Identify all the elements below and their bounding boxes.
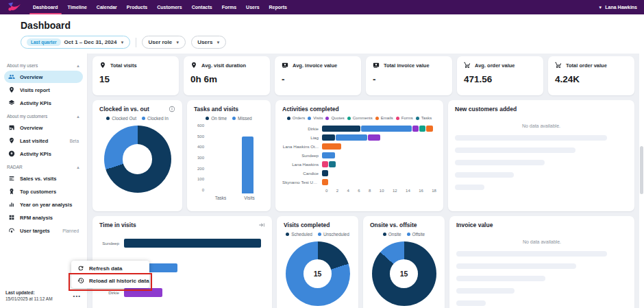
donut-center-value: 15	[304, 259, 332, 287]
y-tick-label: 200	[194, 167, 204, 171]
sidebar-item-label: Last visited	[20, 138, 48, 144]
row-bar-track	[322, 143, 436, 150]
drill-through-icon[interactable]	[258, 222, 265, 228]
sidebar-item-overview[interactable]: Overview	[4, 121, 83, 134]
x-category-label: Visits	[235, 196, 264, 200]
sidebar-item-top-customers[interactable]: Top customers	[4, 185, 83, 198]
kpi-value: 471.56	[464, 74, 536, 84]
x-tick-label: 10	[380, 189, 384, 193]
kpi-row: Total visits15Avg. visit duration0h 6mAv…	[92, 56, 634, 95]
legend-item: Scheduled	[286, 232, 312, 237]
filter-row: Last quarter Oct 1 – Dec 31, 2024 ▼ User…	[21, 36, 226, 49]
sidebar-section-title: About my users	[7, 63, 38, 68]
rosette-icon	[8, 188, 15, 195]
kpi-header: Avg. invoice value	[282, 62, 354, 69]
sidebar-item-label: Overview	[20, 125, 42, 131]
skeleton-bar	[455, 135, 607, 141]
sidebar-item-user-targets[interactable]: User targetsPlanned	[4, 224, 83, 237]
chevron-down-icon: ▼	[216, 40, 220, 45]
nav-item-reports[interactable]: Reports	[264, 0, 292, 14]
card-title: Time in visits	[99, 222, 136, 228]
date-range-filter[interactable]: Last quarter Oct 1 – Dec 31, 2024 ▼	[21, 36, 130, 49]
sidebar-item-sales-vs-visits[interactable]: Sales vs. visits	[4, 172, 83, 185]
sidebar-item-overview[interactable]: Overview	[4, 71, 83, 83]
sidebar-item-rfm-analysis[interactable]: RFM analysis	[4, 211, 83, 224]
kpi-value: -	[373, 74, 445, 84]
sidebar-section-header[interactable]: About my users▲	[0, 59, 87, 70]
nav-item-forms[interactable]: Forms	[217, 0, 241, 14]
bar-segment-emails	[426, 126, 432, 132]
x-tick-label: 4	[347, 189, 349, 193]
activities-row: Skynamo Test Use...	[282, 178, 436, 187]
row-bar-track	[124, 239, 265, 248]
kpi-label: Avg. visit duration	[201, 62, 246, 69]
last-updated-value: 15/01/2025 at 11:12 AM	[5, 296, 53, 303]
y-axis-ticks: 6005004003002001000	[194, 123, 206, 192]
sidebar-section-header[interactable]: RADAR▲	[0, 161, 87, 171]
sidebar-item-last-visited[interactable]: Last visitedBeta	[4, 134, 83, 147]
invoice-icon	[282, 62, 288, 69]
pin-icon	[190, 62, 197, 69]
legend-label: Clocked In	[147, 116, 169, 121]
grid-icon	[8, 214, 15, 221]
info-icon[interactable]	[169, 106, 175, 112]
charts-row-1: Clocked in vs. out Clocked OutClocked In…	[92, 100, 634, 211]
user-menu[interactable]: ▼ Lana Hawkins	[598, 5, 637, 10]
nav-item-dashboard[interactable]: Dashboard	[28, 0, 63, 14]
bar-segment-forms	[322, 161, 328, 167]
kpi-header: Avg. order value	[464, 62, 536, 69]
invoice-icon	[373, 62, 380, 69]
legend-label: Onsite	[388, 232, 401, 237]
legend: Clocked OutClocked In	[99, 116, 175, 121]
row-label: Sundeep	[282, 153, 322, 158]
bar-segment-quotes	[368, 134, 381, 141]
skeleton-bar	[456, 288, 515, 294]
legend-label: Clocked Out	[112, 116, 136, 121]
nav-item-users[interactable]: Users	[241, 0, 264, 14]
nav-item-timeline[interactable]: Timeline	[63, 0, 92, 14]
user-role-filter[interactable]: User role ▼	[142, 36, 186, 49]
sidebar-item-visits-report[interactable]: Visits report	[4, 84, 83, 96]
row-label: Lana Hawkins	[282, 162, 322, 167]
scrollbar-track[interactable]	[639, 54, 644, 308]
bar-segment-emails	[322, 143, 341, 150]
skeleton-bar	[455, 185, 484, 190]
clocked-donut-chart	[104, 126, 171, 193]
x-tick-label: 14	[406, 189, 410, 193]
card-title: Visits completed	[284, 222, 330, 228]
filter-divider	[136, 38, 136, 47]
nav-item-customers[interactable]: Customers	[152, 0, 187, 14]
menu-item-reload-all-historic-data[interactable]: Reload all historic data	[71, 274, 149, 287]
nav-item-products[interactable]: Products	[122, 0, 152, 14]
users-filter[interactable]: Users ▼	[191, 36, 226, 49]
kpi-header: Total invoice value	[373, 62, 445, 69]
pin-icon	[99, 62, 106, 69]
sidebar-section-header[interactable]: About my customers▲	[0, 110, 87, 121]
context-menu: Refresh dataReload all historic data	[71, 261, 149, 288]
legend-item: Comments	[347, 116, 373, 120]
more-options-icon[interactable]: •••	[73, 293, 81, 299]
legend-item: Emails	[375, 116, 393, 120]
legend-dot	[287, 117, 290, 120]
skynamo-logo-icon	[6, 2, 24, 13]
nav-item-calendar[interactable]: Calendar	[92, 0, 122, 14]
sidebar-item-year-on-year-analysis[interactable]: Year on year analysis	[4, 198, 83, 211]
legend-label: Offsite	[412, 232, 425, 237]
app-root: DashboardTimelineCalendarProductsCustome…	[0, 0, 644, 308]
people-icon	[8, 73, 15, 80]
menu-item-refresh-data[interactable]: Refresh data	[71, 262, 149, 274]
legend-label: Scheduled	[291, 232, 312, 237]
legend-dot	[142, 117, 145, 120]
sidebar-item-activity-kpis[interactable]: Activity KPIs	[4, 147, 83, 160]
kpi-value: 15	[99, 74, 172, 84]
legend-dot	[232, 117, 236, 120]
nav-item-contacts[interactable]: Contacts	[187, 0, 217, 14]
time-in-visits-row: Sundeep	[99, 238, 265, 248]
scrollbar-thumb[interactable]	[640, 146, 643, 194]
kpi-label: Avg. order value	[475, 62, 515, 69]
sidebar-item-label: Top customers	[20, 189, 56, 195]
legend-item: Quotes	[325, 116, 344, 120]
kpi-header: Total visits	[99, 62, 172, 69]
y-tick-label: 300	[194, 156, 204, 160]
sidebar-item-activity-kpis[interactable]: Activity KPIs	[4, 97, 83, 109]
